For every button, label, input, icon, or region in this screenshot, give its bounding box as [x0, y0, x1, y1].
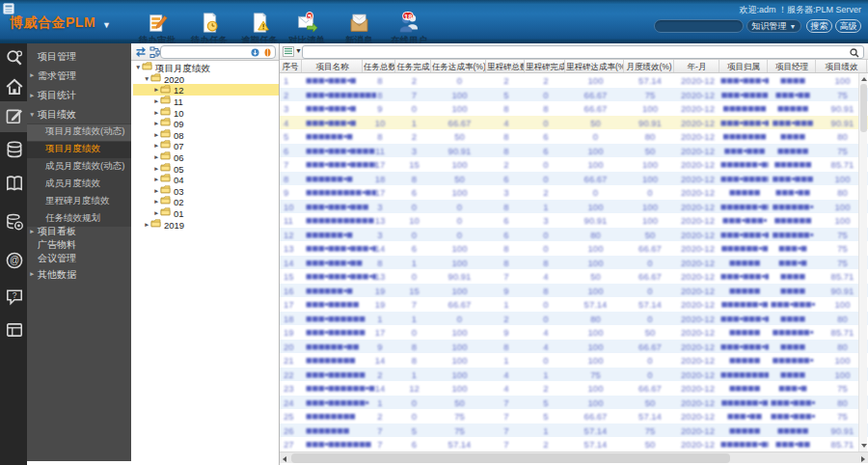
svg-text:@: @	[10, 255, 19, 265]
svg-text:?: ?	[13, 290, 17, 300]
